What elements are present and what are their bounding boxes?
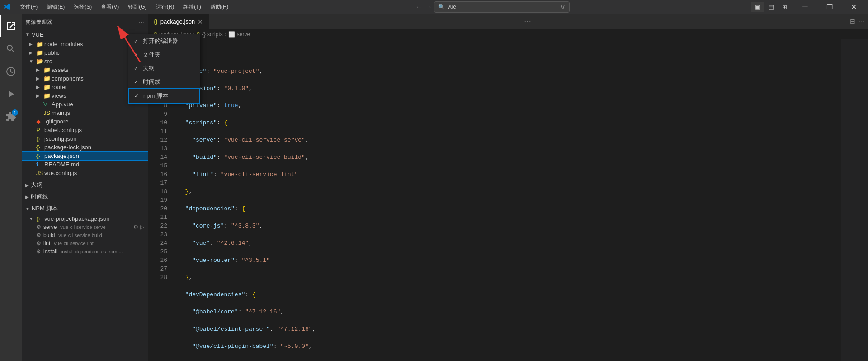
tree-item-jsconfig[interactable]: {} jsconfig.json [22,134,148,143]
script-cmd: vue-cli-service build [58,233,102,238]
activity-explorer[interactable] [0,15,22,37]
tree-label: router [52,84,67,90]
npm-project-item[interactable]: ▼ {} vue-project\package.json [22,214,148,223]
npm-section-header[interactable]: ▼ NPM 脚本 [22,203,148,214]
global-search-bar[interactable]: 🔍 ∨ [434,1,570,13]
context-menu-timeline[interactable]: ✓ 时间线 [128,75,200,89]
tree-label: public [44,49,60,56]
activity-git[interactable] [0,61,22,82]
line-num: 14 [148,153,167,162]
editor-area: {} package.json ✕ ⋯ ⊟ ··· {} package.jso… [148,14,868,361]
menu-goto[interactable]: 转到(G) [124,2,150,12]
check-icon: ✓ [134,38,140,44]
timeline-arrow: ▶ [25,195,29,200]
npm-script-install[interactable]: ⚙ install install dependencies from ... [22,247,148,256]
tree-item-package-lock[interactable]: {} package-lock.json [22,143,148,152]
context-menu-folder[interactable]: ✓ 文件夹 [128,48,200,62]
breadcrumb-serve[interactable]: serve [237,31,250,38]
line-num: 24 [148,239,167,247]
line-num: 11 [148,127,167,136]
tree-item-babel-config[interactable]: P babel.config.js [22,126,148,134]
tree-label: jsconfig.json [44,135,77,142]
layout-2-button[interactable]: ▤ [765,2,778,12]
tree-item-main-js[interactable]: JS main.js [22,109,148,117]
context-menu-open-editors[interactable]: ✓ 打开的编辑器 [128,34,200,48]
sidebar-more-button[interactable]: ··· [138,19,144,27]
tree-arrow: ▶ [36,76,43,81]
menu-edit[interactable]: 编辑(E) [43,2,68,12]
npm-script-build[interactable]: ⚙ build vue-cli-service build [22,231,148,239]
vue-file-icon: V [43,101,52,108]
js-file-icon: JS [43,109,52,116]
nav-forward-button[interactable]: → [424,3,434,10]
line-num: 21 [148,213,167,222]
folder-open-icon: 📂 [36,58,44,65]
tree-arrow: ▶ [36,93,43,98]
tab-close-button[interactable]: ✕ [198,18,203,25]
script-run-icon[interactable]: ▷ [140,224,144,230]
context-menu-npm-scripts[interactable]: ✓ npm 脚本 [128,89,200,103]
context-menu: ✓ 打开的编辑器 ✓ 文件夹 ✓ 大纲 ✓ 时间线 ✓ npm 脚本 [128,34,200,104]
timeline-label: 时间线 [31,193,48,201]
activity-run[interactable] [0,83,22,105]
nav-back-button[interactable]: ← [414,3,424,10]
tree-item-vue-config[interactable]: JS vue.config.js [22,169,148,177]
code-content[interactable]: { "name": "vue-project", "version": "0.1… [171,39,841,361]
tree-item-gitignore[interactable]: ◆ .gitignore [22,117,148,126]
outline-header[interactable]: ▶ 大纲 [22,179,148,191]
menu-file[interactable]: 文件(F) [16,2,41,12]
tree-label: .gitignore [44,118,68,125]
activity-extensions[interactable]: 1 [0,106,22,128]
json-file-icon: {} [36,215,44,222]
tree-label: src [44,58,52,65]
activity-search[interactable] [0,38,22,60]
script-icon: ⚙ [36,248,43,255]
line-num: 10 [148,119,167,127]
tree-item-package-json[interactable]: {} package.json [22,152,148,160]
tree-arrow: ▶ [29,42,36,47]
split-editor-button[interactable]: ⊟ [850,18,855,25]
menu-select[interactable]: 选择(S) [70,2,95,12]
layout-1-button[interactable]: ▣ [751,2,764,12]
menu-help[interactable]: 帮助(H) [207,2,232,12]
outline-label: 大纲 [31,181,42,189]
script-name: lint [43,240,50,247]
script-settings-icon[interactable]: ⚙ [133,224,138,230]
sidebar-title: 资源管理器 [25,19,138,26]
search-dropdown-icon[interactable]: ∨ [560,3,566,11]
script-name: serve [43,224,57,230]
minimize-button[interactable]: ─ [795,0,816,14]
check-icon: ✓ [134,52,140,58]
extensions-badge: 1 [12,109,18,116]
line-num: 27 [148,265,167,273]
menu-view[interactable]: 查看(V) [97,2,123,12]
context-menu-outline[interactable]: ✓ 大纲 [128,62,200,75]
layout-3-button[interactable]: ⊞ [778,2,791,12]
vue-section-arrow: ▼ [25,32,30,37]
tab-package-json[interactable]: {} package.json ✕ [148,14,209,29]
line-num: 16 [148,170,167,179]
timeline-section: ▶ 时间线 [22,191,148,203]
line-num: 18 [148,187,167,196]
breadcrumb-scripts[interactable]: {} scripts [202,31,223,38]
npm-script-lint[interactable]: ⚙ lint vue-cli-service lint [22,239,148,247]
timeline-header[interactable]: ▶ 时间线 [22,191,148,203]
tree-label: App.vue [52,101,73,108]
search-input[interactable] [448,4,556,10]
tree-label: package.json [44,152,79,159]
outline-section: ▶ 大纲 [22,179,148,191]
tree-item-readme[interactable]: ℹ README.md [22,160,148,169]
script-cmd: vue-cli-service serve [60,224,105,230]
titlebar-center: ← → 🔍 ∨ [414,1,570,13]
maximize-button[interactable]: ❐ [819,0,840,14]
js-file-icon: P [36,127,44,133]
breadcrumb-serve-icon: ⬜ [228,31,235,38]
more-actions-button[interactable]: ··· [859,18,864,25]
activity-bar: 1 [0,14,22,361]
close-button[interactable]: ✕ [844,0,864,14]
menu-terminal[interactable]: 终端(T) [179,2,204,12]
menu-run[interactable]: 运行(R) [152,2,178,12]
npm-script-serve[interactable]: ⚙ serve vue-cli-service serve ⚙ ▷ [22,223,148,231]
tab-split-button[interactable]: ⋯ [520,17,535,26]
script-name: install [43,248,57,255]
